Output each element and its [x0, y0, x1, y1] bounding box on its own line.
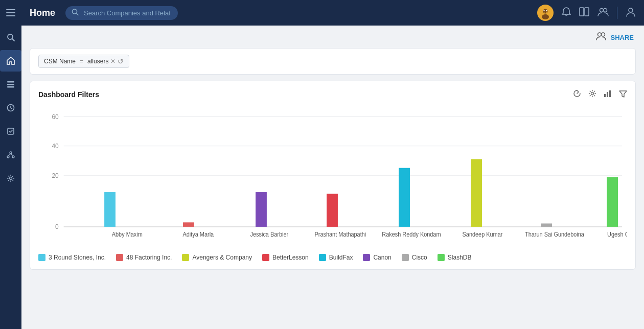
- legend-label: 48 Factoring Inc.: [126, 254, 172, 261]
- legend-color: [363, 254, 370, 261]
- svg-line-14: [11, 154, 13, 156]
- topnav-right: [537, 5, 636, 21]
- hamburger-menu[interactable]: [0, 0, 21, 26]
- svg-rect-0: [6, 9, 15, 10]
- share-button[interactable]: SHARE: [610, 34, 634, 41]
- gear-icon[interactable]: [588, 89, 596, 100]
- filter-operator: =: [80, 58, 83, 65]
- filter-reset-icon[interactable]: ↺: [118, 57, 124, 65]
- legend-item: 3 Round Stones, Inc.: [38, 254, 106, 261]
- legend-label: BetterLesson: [272, 254, 309, 261]
- svg-point-26: [604, 8, 607, 12]
- svg-text:Sandeep Kumar: Sandeep Kumar: [463, 231, 503, 238]
- svg-text:20: 20: [52, 172, 58, 180]
- svg-rect-32: [607, 92, 608, 97]
- sidebar-item-network[interactable]: [0, 144, 21, 166]
- panel-actions: [573, 89, 627, 100]
- legend-color: [319, 254, 326, 261]
- svg-rect-33: [609, 90, 611, 97]
- share-users-icon[interactable]: [596, 32, 606, 43]
- group-icon[interactable]: [597, 7, 609, 19]
- chart-icon[interactable]: [604, 89, 612, 100]
- svg-line-13: [8, 154, 11, 156]
- avatar[interactable]: [537, 5, 554, 21]
- legend-label: Avengers & Company: [192, 254, 252, 261]
- refresh-icon[interactable]: [573, 89, 581, 100]
- content-area: SHARE CSM Name = allusers ✕ ↺ Dashboard …: [21, 26, 644, 329]
- svg-rect-23: [580, 8, 584, 16]
- sidebar-item-settings[interactable]: [0, 168, 21, 189]
- filter-clear-icon[interactable]: ✕: [110, 58, 116, 65]
- legend-item: 48 Factoring Inc.: [116, 254, 172, 261]
- filter-bar: CSM Name = allusers ✕ ↺: [30, 48, 636, 75]
- legend-item: SlashDB: [438, 254, 472, 261]
- dashboard-panel: Dashboard Filters: [30, 81, 636, 270]
- legend-color: [262, 254, 269, 261]
- svg-rect-51: [399, 168, 410, 227]
- svg-point-22: [546, 10, 547, 11]
- svg-text:Ugesh Gali: Ugesh Gali: [607, 231, 627, 238]
- topnav: Home: [21, 0, 644, 26]
- legend-color: [182, 254, 189, 261]
- svg-rect-2: [6, 15, 15, 16]
- svg-point-11: [7, 156, 9, 158]
- svg-rect-47: [256, 192, 267, 227]
- page-title: Home: [30, 8, 55, 18]
- filter-label: CSM Name: [44, 58, 76, 65]
- legend-color: [438, 254, 445, 261]
- svg-rect-57: [607, 177, 618, 227]
- svg-point-20: [542, 14, 549, 19]
- search-icon: [72, 9, 79, 17]
- legend-label: BuildFax: [329, 254, 353, 261]
- svg-point-28: [598, 33, 602, 36]
- sidebar: [0, 0, 21, 329]
- chart-legend: 3 Round Stones, Inc. 48 Factoring Inc. A…: [38, 254, 627, 261]
- main-content: Home: [21, 0, 644, 329]
- bar-chart: 60 40 20 0 Abby Maxim Aditya Marla Jessi…: [38, 106, 627, 249]
- filter-value: allusers: [87, 58, 108, 65]
- legend-item: BetterLesson: [262, 254, 309, 261]
- legend-item: BuildFax: [319, 254, 353, 261]
- svg-rect-31: [604, 94, 606, 97]
- search-wrapper: [65, 6, 321, 20]
- legend-color: [402, 254, 409, 261]
- svg-rect-6: [7, 84, 14, 85]
- svg-rect-49: [327, 194, 338, 227]
- legend-item: Avengers & Company: [182, 254, 252, 261]
- svg-rect-45: [183, 222, 194, 227]
- legend-label: Cisco: [412, 254, 427, 261]
- book-icon[interactable]: [579, 7, 589, 19]
- svg-text:Abby Maxim: Abby Maxim: [112, 231, 143, 238]
- svg-text:40: 40: [52, 142, 58, 150]
- chart-area: 60 40 20 0 Abby Maxim Aditya Marla Jessi…: [38, 106, 627, 249]
- sidebar-item-list[interactable]: [0, 74, 21, 95]
- filter-chip[interactable]: CSM Name = allusers ✕ ↺: [38, 55, 129, 68]
- user-icon[interactable]: [626, 7, 636, 19]
- bell-icon[interactable]: [562, 7, 571, 19]
- sidebar-item-search[interactable]: [0, 27, 21, 48]
- svg-point-10: [10, 152, 12, 154]
- legend-label: SlashDB: [448, 254, 472, 261]
- sidebar-item-home[interactable]: [0, 50, 21, 72]
- panel-title: Dashboard Filters: [38, 90, 99, 99]
- svg-text:Jessica Barbier: Jessica Barbier: [250, 231, 289, 238]
- svg-text:Aditya Marla: Aditya Marla: [183, 231, 214, 238]
- sidebar-item-clock[interactable]: [0, 97, 21, 119]
- legend-label: Canon: [373, 254, 391, 261]
- svg-point-30: [591, 92, 594, 95]
- svg-point-21: [543, 10, 544, 11]
- svg-rect-24: [585, 8, 589, 16]
- share-section: SHARE: [596, 32, 634, 43]
- sidebar-item-tasks[interactable]: [0, 121, 21, 142]
- legend-color: [38, 254, 45, 261]
- svg-rect-7: [7, 86, 14, 88]
- search-input[interactable]: [65, 6, 178, 20]
- filter-icon[interactable]: [619, 89, 627, 100]
- svg-rect-55: [541, 223, 552, 226]
- svg-text:60: 60: [52, 113, 58, 121]
- svg-text:Prashant Mathapathi: Prashant Mathapathi: [315, 231, 366, 238]
- panel-header: Dashboard Filters: [38, 89, 627, 100]
- top-bar: SHARE: [30, 32, 636, 43]
- svg-line-4: [12, 39, 14, 41]
- svg-rect-43: [104, 192, 116, 227]
